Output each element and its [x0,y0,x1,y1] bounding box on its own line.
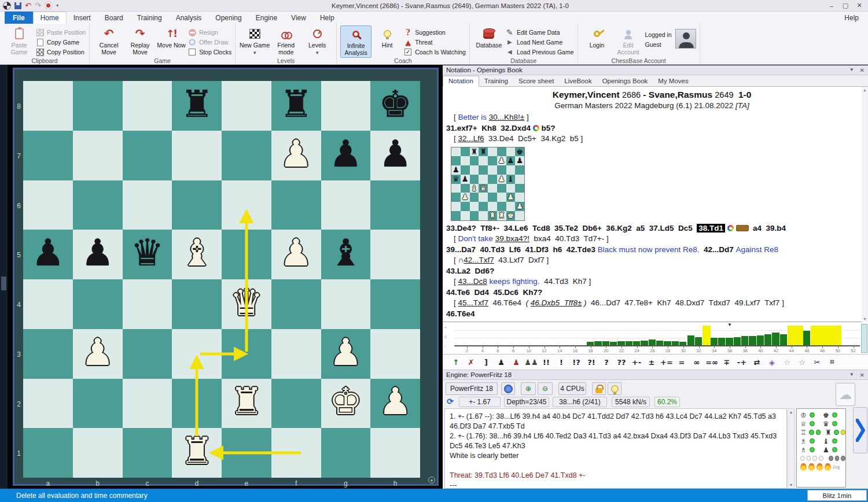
qat-dropdown-icon[interactable]: ▼ [56,3,60,8]
square-e1[interactable] [222,428,271,478]
copy-game-button[interactable]: Copy Game [36,38,86,46]
move-now-button[interactable]: ↑!Move Now [156,25,187,58]
move-text[interactable]: [ [454,277,458,286]
minimize-button[interactable]: – [825,1,838,10]
square-e2[interactable]: ♜ [222,379,271,429]
move-text[interactable]: b5? [539,124,556,132]
scroll-up-icon[interactable]: ▲ [789,410,793,414]
engine-name-button[interactable]: PowerFritz 18 [446,382,498,395]
move-text[interactable]: 43.Lxf7 Dxf7 ] [494,256,549,264]
annotation-symbol-16[interactable]: ∞ [689,358,704,367]
scroll-down-icon[interactable]: ▼ [789,483,793,487]
move-text[interactable]: [ [454,113,458,121]
annotation-symbol-13[interactable]: ± [644,358,659,367]
livebook-ring-icon[interactable] [727,225,734,231]
tab-view[interactable]: View [284,12,313,24]
engine-panel-header[interactable]: Engine: PowerFritz 18 ▼ ✕ [443,370,868,380]
move-text[interactable]: 33.De4 Dc5+ 34.Kg2 b5 ] [484,134,583,143]
square-e3[interactable] [222,329,271,379]
login-button[interactable]: Login [582,25,613,58]
square-h8[interactable]: ♚ [370,81,420,131]
square-f5[interactable]: ♟ [271,230,321,279]
move-text[interactable]: ) [582,298,586,307]
tab-notation[interactable]: Notation [443,76,479,87]
annotation-symbol-25[interactable]: ⌗ [825,357,840,367]
move-text[interactable]: 46.Dxb5 Tff8± [531,298,582,307]
next-pane-chevron-button[interactable] [853,407,867,453]
cancel-move-button[interactable]: ↶Cancel Move [93,25,124,58]
move-text[interactable]: 31.exf7+ Kh8 32.Dxd4 [446,124,533,132]
eval-bar-move-45[interactable] [795,326,803,345]
square-c4[interactable] [123,279,172,329]
lock-button[interactable] [592,382,606,395]
eval-bar-move-27[interactable] [656,341,663,345]
close-icon[interactable]: ✕ [860,372,865,378]
eval-bar-move-48[interactable] [818,326,826,345]
tab-home[interactable]: Home [33,12,67,24]
square-a7[interactable] [23,131,73,180]
square-f6[interactable] [271,180,321,230]
dropdown-chevron-icon[interactable]: ▼ [252,50,257,56]
square-d1[interactable]: ♜ [172,428,222,478]
square-g7[interactable]: ♟ [321,131,371,180]
square-h3[interactable] [370,329,420,379]
move-text[interactable]: 33.De4? Tf8+- 34.Le6 Tcd8 35.Te2 Db6+ 36… [446,224,697,232]
square-d3[interactable] [172,329,222,379]
move-text[interactable]: 32...Lf6 [458,134,484,143]
eval-bar-move-43[interactable] [780,334,787,345]
black-bishop-g5[interactable]: ♝ [329,234,362,271]
square-d2[interactable] [172,379,222,429]
move-text[interactable]: a4 39.b4 [749,224,786,232]
eval-bar-move-50[interactable] [834,326,841,345]
square-b1[interactable] [73,428,123,478]
move-text[interactable]: 30...Kh8!± [489,113,524,121]
annotation-symbol-2[interactable]: ] [479,358,494,367]
tab-opening[interactable]: Opening [208,12,248,24]
scroll-down-icon[interactable]: ▼ [863,317,867,321]
hint-lightbulb-button[interactable] [608,382,621,395]
white-bishop-d5[interactable]: ♝ [180,234,213,271]
notation-scrollbar[interactable]: ▲ ▼ [862,87,868,322]
move-text[interactable]: ] [524,113,529,121]
annotation-symbol-19[interactable]: -+ [734,358,749,367]
chevron-down-icon[interactable]: ▼ [849,67,854,73]
square-c2[interactable] [123,379,172,429]
square-e5[interactable] [222,230,271,279]
chess-board[interactable]: ♜♜♚♟♟♟♟♟♛♝♟♝♛♟♟♜♚♟♜ [23,81,420,478]
square-a5[interactable]: ♟ [23,230,73,279]
stop-clocks-button[interactable]: Stop Clocks [188,48,231,56]
eval-bar-move-41[interactable] [764,334,771,345]
square-d7[interactable] [172,131,222,180]
threat-button[interactable]: ▲Threat [404,38,466,46]
square-e6[interactable] [222,180,271,230]
move-text[interactable]: 46.T6e4 [446,309,475,318]
zoom-out-button[interactable]: ⊖ [538,382,553,395]
eval-bar-move-26[interactable] [649,339,656,345]
database-button[interactable]: Database [473,25,505,58]
annotation-symbol-21[interactable]: ◈ [764,358,779,367]
eval-bar-move-21[interactable] [610,342,617,345]
square-b8[interactable] [73,81,123,131]
square-c8[interactable] [123,81,172,131]
annotation-symbol-22[interactable]: ☆ [779,358,795,367]
square-b3[interactable]: ♟ [73,329,123,379]
black-rook-d8[interactable]: ♜ [180,86,213,123]
eval-bar-move-25[interactable] [641,341,648,345]
annotation-symbol-18[interactable]: ∓ [719,358,734,367]
copy-position-button[interactable]: Copy Position [36,48,86,56]
square-b4[interactable] [73,279,123,329]
eval-bar-move-49[interactable] [826,326,834,345]
black-pawn-a5[interactable]: ♟ [31,234,64,271]
annotation-symbol-23[interactable]: ☆ [795,358,810,367]
eval-bar-move-20[interactable] [602,341,609,345]
square-b5[interactable]: ♟ [73,230,123,279]
move-text[interactable]: 43...Dc8 [458,277,487,286]
move-text[interactable]: [ [454,298,458,307]
hint-button[interactable]: Hint [372,25,403,58]
edit-game-data-button[interactable]: ✎Edit Game Data [506,28,574,36]
annotation-symbol-8[interactable]: !? [569,358,584,367]
move-text[interactable]: [ [454,134,458,143]
tab-analysis[interactable]: Analysis [169,12,209,24]
save-icon[interactable] [14,2,21,9]
current-move[interactable]: 38.Td1 [697,224,725,232]
